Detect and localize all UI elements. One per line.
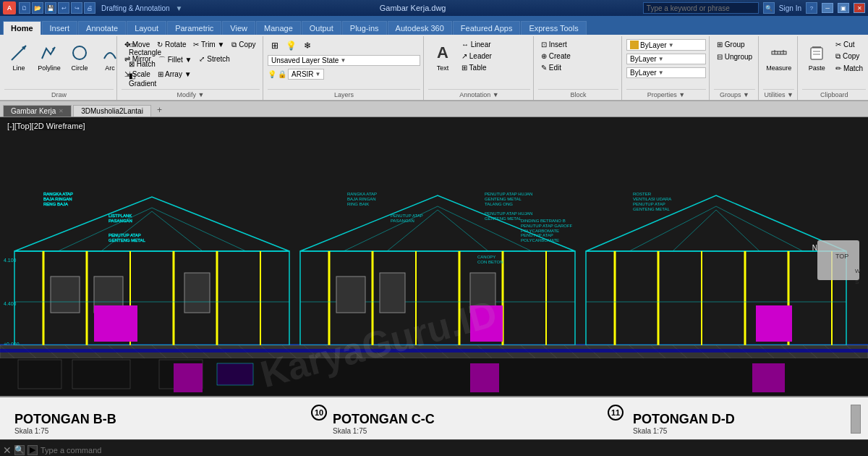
fillet-button[interactable]: ⌒ Fillet ▼ [156, 54, 195, 67]
restore-btn[interactable]: ▣ [838, 3, 849, 13]
document-tabs: Gambar Kerja ✕ 3DMusholia2Lantai + [0, 101, 868, 117]
undo-icon[interactable]: ↩ [58, 2, 69, 14]
stretch-button[interactable]: ⤢ Stretch [196, 54, 232, 64]
line-button[interactable]: Line [4, 39, 33, 74]
svg-text:TALANG ONG: TALANG ONG [485, 202, 513, 206]
ungroup-button[interactable]: ⊟ Ungroup [714, 51, 755, 62]
new-icon[interactable]: 🗋 [19, 2, 30, 14]
tab-layout[interactable]: Layout [127, 21, 166, 35]
sign-in[interactable]: Sign In [779, 4, 801, 12]
close-btn[interactable]: ✕ [854, 3, 865, 13]
measure-button[interactable]: Measure [763, 39, 794, 74]
workspace-selector[interactable]: Drafting & Annotation [98, 4, 173, 12]
svg-rect-11 [813, 51, 820, 52]
move-button[interactable]: ✥ Move [122, 39, 153, 50]
section-dd: POTONGAN D-D Skala 1:75 [633, 412, 735, 435]
svg-text:BAJA RINGAN: BAJA RINGAN [43, 197, 72, 201]
svg-rect-53 [336, 276, 365, 313]
arc-label: Arc [105, 64, 115, 72]
svg-text:RENG BAJA: RENG BAJA [43, 202, 68, 206]
linetype-dropdown[interactable]: ByLayer ▼ [626, 54, 706, 64]
tab-annotate[interactable]: Annotate [78, 21, 126, 35]
svg-text:GENTENG METAL: GENTENG METAL [109, 238, 146, 242]
trim-button[interactable]: ✂ Trim ▼ [190, 39, 227, 50]
array-button[interactable]: ⊞ Array ▼ [155, 69, 195, 80]
tab-autodesk360[interactable]: Autodesk 360 [388, 21, 452, 35]
svg-text:PENUTUP ATAP: PENUTUP ATAP [521, 233, 553, 237]
color-swatch [630, 41, 639, 49]
rotate-button[interactable]: ↻ Rotate [154, 39, 189, 50]
mirror-button[interactable]: ⇌ Mirror [122, 54, 154, 64]
leader-button[interactable]: ↗ Leader [459, 51, 495, 62]
drawing-area: RANGKA ATAP BAJA RINGAN RENG BAJA LISTPL… [0, 117, 868, 396]
paste-button[interactable]: Paste [802, 39, 831, 74]
create-button[interactable]: ⊕ Create [538, 51, 574, 62]
tab-express-tools[interactable]: Express Tools [521, 21, 586, 35]
linear-button[interactable]: ↔ Linear [459, 39, 495, 50]
ribbon-group-groups: ⊞ Group ⊟ Ungroup Groups ▼ [711, 36, 759, 100]
svg-text:4.400: 4.400 [4, 301, 17, 306]
cut-button[interactable]: ✂ Cut [833, 39, 866, 50]
svg-text:GENTENG METAL: GENTENG METAL [485, 197, 522, 201]
minimize-btn[interactable]: ─ [822, 3, 833, 13]
copy-button[interactable]: ⧉ Copy [229, 39, 258, 51]
color-dropdown[interactable]: ByLayer ▼ [626, 39, 706, 51]
cmd-arrow-btn[interactable]: ▶ [27, 445, 38, 455]
tab-plugins[interactable]: Plug-ins [342, 21, 387, 35]
scale-button[interactable]: ⇲ Scale [122, 69, 153, 80]
copy-clip-button[interactable]: ⧉ Copy [833, 51, 866, 62]
ribbon-group-clipboard: Paste ✂ Cut ⧉ Copy ✏ Match Clipboard [799, 36, 868, 100]
v-scrollbar[interactable] [851, 405, 861, 434]
tab-output[interactable]: Output [302, 21, 341, 35]
lineweight-dropdown[interactable]: ByLayer ▼ [626, 67, 706, 78]
layer-freeze-button[interactable]: ❄ [300, 39, 315, 52]
svg-text:PENUTUP ATAP HUJAN: PENUTUP ATAP HUJAN [485, 211, 532, 216]
doc-tab-gambar-close[interactable]: ✕ [59, 108, 64, 114]
annotation-col: ↔ Linear ↗ Leader ⊞ Table [459, 39, 495, 73]
text-button[interactable]: A Text [428, 39, 457, 74]
redo-icon[interactable]: ↪ [71, 2, 82, 14]
tab-featured-apps[interactable]: Featured Apps [453, 21, 521, 35]
command-input[interactable] [41, 446, 865, 455]
workspace-arrow[interactable]: ▼ [176, 4, 183, 12]
color-arrow: ▼ [668, 42, 674, 48]
search-input[interactable] [643, 2, 759, 14]
cmd-search-btn[interactable]: 🔍 [14, 445, 25, 455]
layer-properties-button[interactable]: ⊞ [268, 39, 282, 52]
match-prop-button[interactable]: ✏ Match [833, 63, 866, 74]
edit-button[interactable]: ✎ Edit [538, 62, 574, 73]
help-icon[interactable]: ? [806, 2, 817, 14]
polyline-button[interactable]: Polyline [35, 39, 64, 74]
properties-group-label: Properties ▼ [626, 89, 706, 100]
new-doc-button[interactable]: + [153, 104, 166, 117]
layer-state-dropdown[interactable]: Unsaved Layer State ▼ [268, 55, 420, 66]
tab-parametric[interactable]: Parametric [167, 21, 221, 35]
layer-off-button[interactable]: 💡 [284, 39, 299, 52]
svg-text:BAJA RINGAN: BAJA RINGAN [347, 197, 376, 201]
cmd-close-btn[interactable]: ✕ [3, 444, 12, 456]
plot-icon[interactable]: 🖨 [84, 2, 95, 14]
group-button[interactable]: ⊞ Group [714, 39, 748, 50]
section-labels-bar: POTONGAN B-B Skala 1:75 10 POTONGAN C-C … [0, 396, 868, 439]
svg-rect-28 [51, 276, 80, 313]
tab-insert[interactable]: Insert [42, 21, 78, 35]
search-icon[interactable]: 🔍 [763, 2, 775, 14]
tab-home[interactable]: Home [3, 21, 41, 35]
tab-manage[interactable]: Manage [256, 21, 301, 35]
tab-view[interactable]: View [222, 21, 255, 35]
section-bb-sub: Skala 1:75 [14, 427, 116, 435]
section-bb-title: POTONGAN B-B [14, 412, 116, 427]
save-icon[interactable]: 💾 [45, 2, 56, 14]
clipboard-col: ✂ Cut ⧉ Copy ✏ Match [833, 39, 866, 74]
open-icon[interactable]: 📂 [32, 2, 43, 14]
insert-button[interactable]: ⊡ Insert [538, 39, 574, 50]
section-cc: POTONGAN C-C Skala 1:75 [333, 412, 435, 435]
command-line: ✕ 🔍 ▶ [0, 439, 868, 456]
ribbon-group-modify: ✥ Move ↻ Rotate ✂ Trim ▼ ⧉ Copy ⇌ Mirror… [119, 36, 263, 100]
current-layer-dropdown[interactable]: ARSIR ▼ [288, 69, 324, 80]
circle-button[interactable]: Circle [65, 39, 94, 74]
doc-tab-musholia[interactable]: 3DMusholia2Lantai [73, 105, 151, 117]
linetype-label: ByLayer [630, 55, 657, 63]
doc-tab-gambar[interactable]: Gambar Kerja ✕ [3, 105, 72, 117]
table-button[interactable]: ⊞ Table [459, 62, 495, 73]
